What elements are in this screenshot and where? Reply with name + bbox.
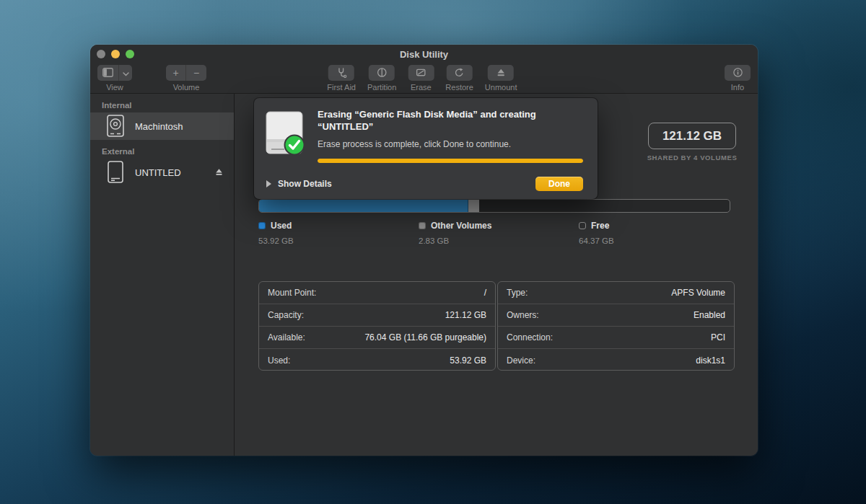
legend-value: 64.37 GB	[579, 236, 730, 245]
detail-label: Device:	[507, 355, 535, 366]
detail-label: Mount Point:	[268, 288, 316, 298]
legend-label: Free	[591, 221, 609, 231]
eject-button[interactable]	[214, 167, 224, 180]
table-row: Connection: PCI	[498, 327, 734, 349]
internal-drive-icon	[105, 114, 128, 138]
table-row: Type: APFS Volume	[498, 282, 734, 304]
first-aid-button[interactable]	[328, 65, 354, 81]
detail-label: Owners:	[507, 310, 539, 320]
volume-label: Volume	[173, 83, 200, 92]
details-table-left: Mount Point: / Capacity: 121.12 GB Avail…	[258, 281, 496, 371]
detail-label: Capacity:	[268, 310, 304, 320]
partition-toolbar-item: Partition	[367, 65, 396, 92]
legend-item-used: Used 53.92 GB	[258, 221, 410, 245]
detail-value: APFS Volume	[671, 288, 725, 298]
used-swatch-icon	[258, 222, 266, 229]
progress-fill	[318, 159, 583, 163]
window-title: Disk Utility	[90, 45, 758, 63]
eject-icon	[497, 68, 506, 79]
sidebar-section-internal: Internal	[90, 94, 234, 112]
info-icon	[732, 67, 743, 79]
sidebar-item-label: UNTITLED	[135, 167, 181, 178]
volume-toolbar-item: + − Volume	[166, 65, 206, 92]
restore-icon-button[interactable]	[447, 65, 473, 81]
show-details-label: Show Details	[278, 179, 332, 189]
dialog-title-line2: “UNTITLED”	[318, 121, 373, 132]
detail-value: disk1s1	[696, 355, 725, 366]
usage-segment-other	[468, 200, 479, 212]
erase-icon-button[interactable]	[408, 65, 434, 81]
table-row: Used: 53.92 GB	[259, 349, 495, 371]
view-button[interactable]	[97, 65, 119, 81]
restore-toolbar-item: Restore	[445, 65, 473, 92]
view-toolbar-item: View	[97, 65, 132, 92]
table-row: Capacity: 121.12 GB	[259, 304, 495, 327]
capacity-subtitle: SHARED BY 4 VOLUMES	[634, 154, 751, 162]
legend-label: Used	[271, 221, 292, 231]
detail-value: Enabled	[694, 310, 725, 320]
sidebar-item-label: Machintosh	[135, 121, 183, 132]
unmount-toolbar-item: Unmount	[485, 65, 517, 92]
restore-label: Restore	[445, 83, 473, 92]
remove-volume-button[interactable]: −	[186, 65, 206, 81]
info-button[interactable]	[725, 65, 751, 81]
info-label: Info	[731, 83, 744, 92]
first-aid-label: First Aid	[327, 83, 356, 92]
show-details-toggle[interactable]: Show Details	[266, 179, 332, 189]
external-drive-icon	[105, 160, 128, 185]
view-dropdown-button[interactable]	[119, 65, 132, 81]
legend-item-free: Free 64.37 GB	[579, 221, 730, 245]
erase-label: Erase	[411, 83, 432, 92]
detail-value: 76.04 GB (11.66 GB purgeable)	[364, 332, 486, 342]
table-row: Owners: Enabled	[498, 304, 734, 327]
capacity-badge: 121.12 GB	[648, 123, 736, 149]
legend-value: 2.83 GB	[419, 236, 570, 245]
dialog-message: Erase process is complete, click Done to…	[318, 139, 583, 149]
details-table-right: Type: APFS Volume Owners: Enabled Connec…	[497, 281, 735, 371]
partition-label: Partition	[367, 83, 396, 92]
chevron-down-icon	[123, 68, 129, 78]
erase-icon	[416, 67, 427, 79]
volume-usage-bar	[258, 199, 730, 213]
free-swatch-icon	[579, 222, 586, 229]
sidebar-view-icon	[102, 68, 113, 79]
dialog-title-line1: Erasing “Generic Flash Disk Media” and c…	[318, 109, 536, 120]
other-volumes-swatch-icon	[419, 222, 426, 229]
unmount-icon-button[interactable]	[488, 65, 514, 81]
plus-icon: +	[172, 68, 178, 78]
legend-label: Other Volumes	[431, 221, 491, 231]
detail-value: /	[484, 288, 486, 298]
detail-value: 121.12 GB	[445, 310, 486, 320]
sidebar: Internal Machintosh External UNTITLED	[90, 94, 235, 456]
minus-icon: −	[193, 68, 199, 78]
sidebar-item-untitled[interactable]: UNTITLED	[90, 159, 234, 186]
partition-icon-button[interactable]	[369, 65, 395, 81]
detail-label: Type:	[507, 288, 528, 298]
table-row: Device: disk1s1	[498, 349, 734, 371]
toolbar: View + − Volume	[90, 63, 758, 94]
detail-value: 53.92 GB	[450, 355, 486, 366]
titlebar: Disk Utility	[90, 45, 758, 63]
done-button[interactable]: Done	[535, 177, 583, 191]
unmount-label: Unmount	[485, 83, 517, 92]
detail-label: Used:	[268, 355, 290, 366]
legend-value: 53.92 GB	[258, 236, 410, 245]
disclosure-triangle-icon	[266, 180, 271, 187]
legend-item-other-volumes: Other Volumes 2.83 GB	[419, 221, 570, 245]
first-aid-toolbar-item: First Aid	[327, 65, 356, 92]
table-row: Mount Point: /	[259, 282, 495, 304]
partition-icon	[377, 67, 388, 79]
sidebar-section-external: External	[90, 140, 234, 159]
table-row: Available: 76.04 GB (11.66 GB purgeable)	[259, 327, 495, 349]
detail-value: PCI	[711, 332, 725, 342]
add-volume-button[interactable]: +	[166, 65, 186, 81]
sidebar-item-machintosh[interactable]: Machintosh	[90, 112, 234, 140]
info-toolbar-item: Info	[725, 65, 751, 92]
erase-toolbar-item: Erase	[408, 65, 434, 92]
view-label: View	[106, 83, 123, 92]
disk-utility-window: Disk Utility View	[90, 45, 758, 456]
progress-bar	[318, 159, 583, 163]
restore-icon	[454, 67, 465, 79]
stethoscope-icon	[336, 67, 347, 79]
detail-label: Available:	[268, 332, 305, 342]
